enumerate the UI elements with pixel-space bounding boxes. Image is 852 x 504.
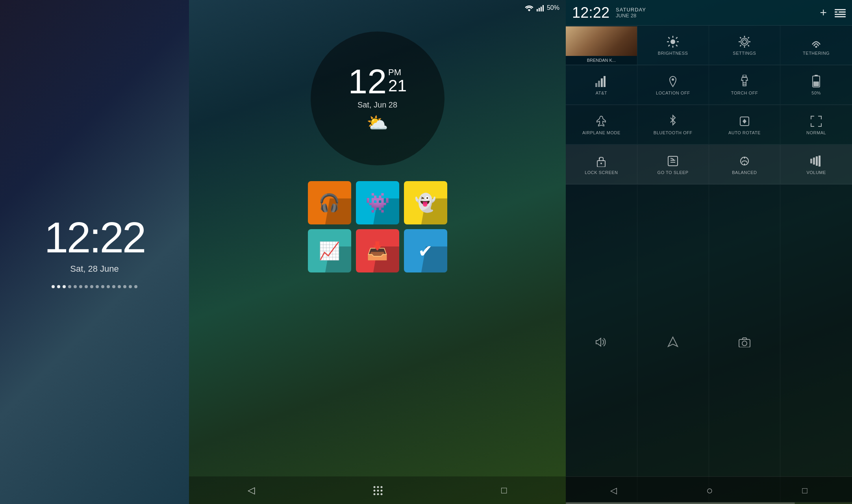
notif-back-button[interactable]: ◁ [602,482,625,500]
notification-header: 12:22 SATURDAY JUNE 28 + [566,0,852,26]
torch-tile[interactable]: TORCH OFF [709,65,781,105]
reddit-icon: 👾 [365,191,390,214]
svg-point-7 [374,489,376,491]
svg-rect-45 [668,156,678,166]
sound-tile[interactable] [566,185,637,502]
tethering-icon [810,35,822,48]
wifi-icon [525,4,533,12]
battery-label: 50% [811,91,821,95]
snapchat-icon: 👻 [415,193,436,213]
balanced-tile[interactable]: BALANCED [709,145,781,184]
lock-dot [123,285,126,288]
back-button[interactable]: ◁ [240,481,263,500]
home-grid-button[interactable] [365,480,391,500]
lock-dot [63,285,66,288]
tiles-row-2: AT&T LOCATION OFF [566,65,852,105]
tiles-row-3: AIRPLANE MODE BLUETOOTH OFF AUTO ROTA [566,105,852,145]
notif-content-area: BRENDAN K... B [566,26,852,502]
apps-grid: 🎧 👾 👻 📈 📥 ✔ [308,181,447,272]
widget-time: 12 PM 21 [348,64,407,99]
notif-recents-button[interactable]: □ [794,482,815,500]
svg-line-25 [676,37,678,39]
volume-label: VOLUME [806,170,826,175]
battery-tile[interactable]: 50% [780,65,852,105]
airplane-tile[interactable]: AIRPLANE MODE [566,105,637,145]
battery-percentage: 50% [547,4,559,11]
svg-point-18 [670,39,675,44]
svg-point-56 [742,341,747,346]
sleep-tile[interactable]: GO TO SLEEP [637,145,709,184]
brightness-icon [667,35,679,48]
notif-home-button[interactable]: ○ [698,480,721,501]
app-pocket[interactable]: 📥 [356,229,399,272]
lock-dot [112,285,115,288]
menu-button[interactable] [835,7,846,18]
notif-header-icons: + [820,6,846,19]
profile-tile[interactable]: BRENDAN K... [566,26,637,65]
app-snapchat[interactable]: 👻 [404,181,447,224]
lockscreen-label: LOCK SCREEN [585,170,618,175]
app-checklist[interactable]: ✔ [404,229,447,272]
camera-tile[interactable] [709,185,781,502]
lock-dot [101,285,104,288]
lock-dot [90,285,93,288]
autorotate-label: AUTO ROTATE [728,130,761,135]
location-tile[interactable]: LOCATION OFF [637,65,709,105]
app-robinhood[interactable]: 📈 [308,229,351,272]
volume-tile[interactable]: VOLUME [780,145,852,184]
settings-label: SETTINGS [733,51,756,56]
weather-icon: ⛅ [367,113,388,133]
brightness-tile[interactable]: BRIGHTNESS [637,26,709,65]
lock-time: 12:22 [44,216,144,259]
svg-rect-40 [813,82,819,86]
balanced-icon [739,154,750,167]
navigate-tile[interactable] [637,185,709,502]
svg-point-34 [672,78,674,81]
balanced-label: BALANCED [732,170,757,175]
tethering-label: TETHERING [803,51,830,56]
checklist-icon: ✔ [418,241,433,261]
lockscreen-tile[interactable]: LOCK SCREEN [566,145,637,184]
svg-rect-13 [835,9,846,10]
tiles-row-4: LOCK SCREEN GO TO SLEEP [566,145,852,185]
sound-icon [595,335,607,348]
profile-image [566,26,637,56]
notif-day: SATURDAY [616,7,813,13]
location-icon [668,74,678,87]
svg-rect-16 [835,14,846,15]
tethering-tile[interactable]: TETHERING [780,26,852,65]
camera-icon [738,335,751,348]
att-tile[interactable]: AT&T [566,65,637,105]
notifications-panel: 12:22 SATURDAY JUNE 28 + BR [566,0,852,504]
svg-rect-33 [604,76,606,87]
widget-date: Sat, Jun 28 [357,100,397,109]
svg-point-8 [377,489,379,491]
svg-point-29 [815,46,817,48]
lock-dot [57,285,60,288]
add-button[interactable]: + [820,6,827,19]
app-reddit[interactable]: 👾 [356,181,399,224]
att-signal-icon [595,75,607,87]
airplane-icon [595,114,607,127]
lock-dot [107,285,110,288]
svg-point-11 [377,493,379,495]
widget-mins: 21 [388,78,407,94]
normal-tile[interactable]: NORMAL [780,105,852,145]
bluetooth-tile[interactable]: BLUETOOTH OFF [637,105,709,145]
svg-rect-30 [595,83,597,87]
pocket-icon: 📥 [367,241,388,261]
autorotate-tile[interactable]: AUTO ROTATE [709,105,781,145]
lock-dot [85,285,88,288]
lock-icon [596,154,606,167]
recents-button[interactable]: □ [493,481,515,500]
svg-rect-52 [813,158,815,165]
svg-point-5 [377,486,379,488]
app-podcast[interactable]: 🎧 [308,181,351,224]
att-label: AT&T [596,91,607,95]
bluetooth-label: BLUETOOTH OFF [654,130,693,135]
svg-rect-14 [839,11,846,13]
lock-dot [134,285,137,288]
svg-point-27 [743,40,746,44]
svg-point-9 [381,489,383,491]
settings-tile[interactable]: SETTINGS [709,26,781,65]
